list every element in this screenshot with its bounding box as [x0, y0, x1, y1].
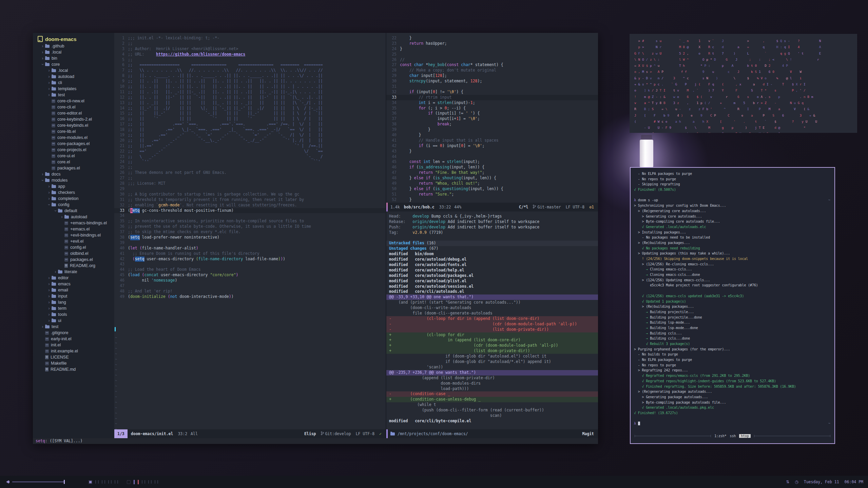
- volume-slider[interactable]: [12, 482, 65, 482]
- emacs-window[interactable]: doom-emacs ›.github›.local›bin›core›.loc…: [33, 33, 598, 444]
- chevron-icon[interactable]: ›: [47, 288, 51, 292]
- magit-line[interactable]: if (doom-glob dir "autoload.el") collect…: [386, 354, 598, 359]
- magit-line[interactable]: @@ -235,7 +236,7 @@ one wants that."): [386, 370, 598, 375]
- magit-line[interactable]: (and (print! (start "Generating core aut…: [386, 300, 598, 305]
- chevron-icon[interactable]: ›: [47, 312, 51, 317]
- tree-item[interactable]: oldbind.el: [33, 250, 114, 257]
- tree-item[interactable]: ›completion: [33, 196, 114, 202]
- tree-item[interactable]: init.el: [33, 342, 114, 348]
- chevron-icon[interactable]: ›: [41, 56, 44, 61]
- tmux-window-1[interactable]: 1:zsh*: [714, 434, 726, 438]
- chevron-icon[interactable]: ›: [47, 300, 51, 305]
- tree-item[interactable]: core-packages.el: [33, 141, 114, 147]
- magit-line[interactable]: modified core/autoload/fonts.el: [386, 262, 598, 268]
- tree-item[interactable]: ›app: [33, 183, 114, 189]
- magit-line[interactable]: modified core/autoload/plist.el: [386, 279, 598, 284]
- magit-line[interactable]: modified core/autoload/debug.el: [386, 257, 598, 262]
- tree-item[interactable]: early-init.el: [33, 336, 114, 342]
- magit-line[interactable]: load-path))): [386, 386, 598, 392]
- chevron-icon[interactable]: ›: [47, 282, 51, 286]
- magit-line[interactable]: - (condition-case _: [386, 391, 598, 397]
- magit-line[interactable]: (append (list doom-private-dir): [386, 375, 598, 381]
- tree-item[interactable]: README.md: [33, 366, 114, 372]
- tree-item[interactable]: core-lib.el: [33, 128, 114, 135]
- tree-item[interactable]: init.example.el: [33, 348, 114, 354]
- magit-line[interactable]: Untracked files (16): [386, 241, 598, 246]
- tree-item[interactable]: ›modules: [33, 177, 114, 183]
- magit-buffer-window[interactable]: Head: develop Bump ccls & {,ivy-,helm-}r…: [386, 211, 598, 432]
- chevron-icon[interactable]: ›: [41, 324, 44, 329]
- chevron-icon[interactable]: ›: [47, 86, 51, 91]
- tmux-window-2[interactable]: ssh: [730, 434, 736, 438]
- tree-item[interactable]: Makefile: [33, 360, 114, 366]
- workspace-indicator[interactable]: [108, 480, 112, 484]
- tree-item[interactable]: ›bin: [33, 55, 114, 61]
- workspace-indicator[interactable]: [102, 480, 105, 484]
- magit-line[interactable]: modified core/autoload/help.el: [386, 268, 598, 273]
- chevron-icon[interactable]: ›: [47, 306, 51, 311]
- workspace-indicator[interactable]: [142, 480, 145, 484]
- tree-item[interactable]: ›test: [33, 324, 114, 330]
- magit-line[interactable]: 'scan)): [386, 365, 598, 370]
- tree-item[interactable]: README.org: [33, 263, 114, 269]
- tree-item[interactable]: ›emacs: [33, 281, 114, 287]
- tree-item[interactable]: packages.el: [33, 257, 114, 263]
- chevron-icon[interactable]: ›: [40, 63, 45, 66]
- magit-line[interactable]: + in (append (list doom-core-dir): [386, 338, 598, 343]
- chevron-icon[interactable]: ›: [41, 44, 44, 48]
- bar-time[interactable]: 06:04 PM: [845, 480, 863, 484]
- tmux-window-selected[interactable]: htop: [739, 434, 751, 438]
- tree-item[interactable]: ›ui: [33, 318, 114, 324]
- magit-line[interactable]: Unstaged changes (67): [386, 246, 598, 251]
- magit-line[interactable]: [386, 236, 598, 241]
- tree-item[interactable]: ›core: [33, 61, 114, 67]
- magit-line[interactable]: (doom-cli--write-autoloads: [386, 305, 598, 311]
- chevron-icon[interactable]: ›: [53, 209, 58, 213]
- workspace-badge[interactable]: 1/3: [114, 429, 128, 438]
- chevron-icon[interactable]: ›: [41, 172, 44, 177]
- tree-item[interactable]: +emacs.el: [33, 226, 114, 232]
- workspace-indicator[interactable]: [134, 480, 135, 484]
- workspace-indicator[interactable]: [138, 480, 139, 484]
- minibuffer[interactable]: setq: ([SYM VAL]...): [33, 438, 598, 444]
- tree-item[interactable]: ›literate: [33, 269, 114, 275]
- tree-item[interactable]: ›cli: [33, 80, 114, 86]
- tree-item[interactable]: +evil-bindings.el: [33, 232, 114, 238]
- tree-item[interactable]: ›autoload: [33, 214, 114, 220]
- tree-item[interactable]: +emacs-bindings.el: [33, 220, 114, 226]
- magit-line[interactable]: + (cl-loop for dir: [386, 332, 598, 338]
- chevron-icon[interactable]: ›: [60, 215, 64, 219]
- chevron-icon[interactable]: ›: [47, 68, 51, 73]
- volume-icon[interactable]: [6, 480, 9, 484]
- magit-line[interactable]: + (condition-case-unless-debug _: [386, 397, 598, 402]
- treemacs-panel[interactable]: doom-emacs ›.github›.local›bin›core›.loc…: [33, 33, 114, 438]
- tree-item[interactable]: ›test: [33, 92, 114, 98]
- tree-item[interactable]: ›default: [33, 208, 114, 214]
- chevron-icon[interactable]: ›: [47, 80, 51, 85]
- chevron-icon[interactable]: ›: [40, 179, 45, 182]
- tree-item[interactable]: ›input: [33, 293, 114, 299]
- tree-item[interactable]: config.el: [33, 244, 114, 250]
- tree-item[interactable]: ›lang: [33, 299, 114, 305]
- magit-line[interactable]: file (doom-cli--generate-autoloads: [386, 311, 598, 316]
- magit-line[interactable]: + (cdr (doom-module-load-path 'all-p)): [386, 343, 598, 348]
- workspace-group-1[interactable]: [89, 480, 118, 484]
- init-buffer-window[interactable]: 1;;; init.el -*- lexical-binding: t; -*-…: [114, 33, 386, 432]
- tree-item[interactable]: core-keybinds-2.el: [33, 116, 114, 122]
- magit-line[interactable]: (push (doom-cli--filter-form (read (curr…: [386, 408, 598, 413]
- matrix-terminal[interactable]: > # s u ` _ n 1 v ` J > , $ Q s - ? N p …: [630, 34, 857, 133]
- magit-line[interactable]: modified core/autoload/sessions.el: [386, 284, 598, 289]
- workspace-indicator[interactable]: [115, 480, 118, 484]
- bar-date[interactable]: Tuesday, Feb 11: [804, 480, 839, 484]
- magit-line[interactable]: @@ -33,9 +33,10 @@ one wants that."): [386, 294, 598, 300]
- magit-line[interactable]: Rebase: origin/develop Add indirect buff…: [386, 219, 598, 225]
- tree-item[interactable]: ›.local: [33, 49, 114, 55]
- chevron-icon[interactable]: ›: [47, 93, 51, 97]
- tree-item[interactable]: core-editor.el: [33, 110, 114, 116]
- tree-item[interactable]: core-cli.el: [33, 104, 114, 110]
- tree-item[interactable]: core-ui.el: [33, 153, 114, 159]
- magit-line[interactable]: doom-modules-dirs: [386, 381, 598, 386]
- tree-item[interactable]: ›templates: [33, 86, 114, 92]
- workspace-indicator[interactable]: [95, 480, 99, 484]
- chevron-icon[interactable]: ›: [47, 196, 51, 201]
